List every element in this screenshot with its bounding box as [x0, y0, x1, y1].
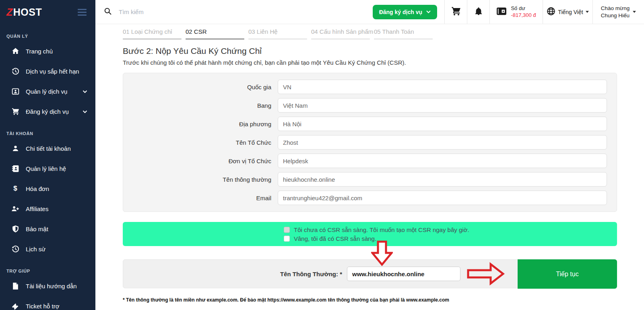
home-icon: [11, 47, 19, 55]
search-icon[interactable]: [104, 7, 112, 17]
sidebar-item-label: Dịch vụ sắp hết hạn: [26, 68, 87, 75]
step-tab-certificate-type[interactable]: 01 Loại Chứng chỉ: [123, 28, 186, 40]
step-progress-bar: [374, 38, 433, 40]
sidebar-item-register-services[interactable]: Đăng ký dịch vụ: [0, 101, 95, 121]
organization-label: Tên Tổ Chức: [133, 139, 278, 146]
organization-unit-field[interactable]: [278, 154, 607, 168]
common-name-required-label: Tên Thông Thường: *: [280, 271, 342, 277]
step-label: Cấu hình Sản phẩm: [320, 28, 373, 35]
user-icon: [11, 144, 19, 152]
csr-option-have[interactable]: Vâng, tôi đã có CSR sẵn sàng.: [284, 235, 617, 242]
sidebar-item-security[interactable]: Bảo mật: [0, 219, 95, 239]
sidebar-item-expiring-services[interactable]: Dịch vụ sắp hết hạn: [0, 61, 95, 81]
step-tab-payment[interactable]: 05 Thanh Toán: [374, 28, 437, 40]
checkbox-have-csr[interactable]: [284, 236, 290, 242]
language-label: Tiếng Việt: [558, 9, 583, 15]
sidebar-item-affiliates[interactable]: Affiliates: [0, 199, 95, 219]
csr-choice-banner: Tôi chưa có CSR sẵn sàng. Tôi muốn tạo m…: [123, 222, 617, 246]
sidebar-item-label: Affiliates: [26, 205, 87, 212]
brand-logo[interactable]: ZHOST: [6, 6, 42, 18]
step-tab-csr[interactable]: 02 CSR: [186, 28, 248, 40]
cart-icon: [451, 6, 461, 18]
search-input[interactable]: [119, 8, 288, 15]
sidebar-item-manage-contacts[interactable]: Quản lý liên hệ: [0, 158, 95, 179]
cart-button[interactable]: [444, 0, 467, 24]
account-menu[interactable]: Chào mừng Chung Hiếu: [592, 0, 644, 24]
wizard-steps: 01 Loại Chứng chỉ 02 CSR 03 Liên Hệ 04 C…: [123, 28, 617, 40]
caret-down-icon: [633, 11, 636, 13]
sidebar-item-label: Đăng ký dịch vụ: [26, 108, 83, 115]
balance-widget[interactable]: Số dư -817,300 đ: [489, 0, 543, 24]
id-card-icon: [11, 87, 19, 95]
page-title: Bước 2: Nộp Yêu Cầu Ký Chứng Chỉ: [123, 46, 617, 56]
caret-down-icon: [586, 11, 589, 13]
step-progress-bar: [311, 38, 370, 40]
email-label: Email: [133, 195, 278, 201]
step-progress-bar: [123, 38, 182, 40]
step-number: 04: [311, 28, 318, 35]
step-label: CSR: [194, 28, 207, 35]
history-icon: [11, 67, 19, 75]
notifications-button[interactable]: [467, 0, 489, 24]
search-area: [95, 0, 373, 24]
sidebar-item-manage-services[interactable]: Quản lý dịch vụ: [0, 81, 95, 101]
csr-form-panel: Quốc gia Bang Địa phương Tên Tổ Chức Đơn…: [123, 73, 617, 212]
step-tab-product-config[interactable]: 04 Cấu hình Sản phẩm: [311, 28, 374, 40]
chevron-down-icon: [83, 88, 87, 95]
continue-button[interactable]: Tiếp tục: [518, 259, 617, 289]
language-selector[interactable]: Tiếng Việt: [543, 0, 592, 24]
sidebar-item-label: Lịch sử: [26, 246, 87, 253]
menu-toggle-icon[interactable]: [78, 7, 87, 17]
sidebar-item-history[interactable]: Lịch sử: [0, 239, 95, 259]
email-field[interactable]: [278, 191, 607, 205]
welcome-text: Chào mừng: [601, 5, 630, 12]
register-service-label: Đăng ký dịch vụ: [379, 9, 422, 15]
state-field[interactable]: [278, 98, 607, 113]
common-name-label: Tên thông thường: [133, 176, 278, 183]
sidebar-item-docs[interactable]: Tài liệu hướng dẫn: [0, 276, 95, 296]
dollar-icon: $: [11, 185, 19, 193]
sidebar-item-invoices[interactable]: $ Hóa đơn: [0, 179, 95, 199]
sidebar-item-home[interactable]: Trang chủ: [0, 41, 95, 61]
sidebar: ZHOST QUẢN LÝ Trang chủ Dịch vụ sắp hết …: [0, 0, 95, 310]
sidebar-item-label: Chi tiết tài khoản: [26, 145, 87, 152]
locality-label: Địa phương: [133, 121, 278, 127]
step-number: 03: [248, 28, 255, 35]
sidebar-item-label: Quản lý liên hệ: [26, 165, 87, 172]
cart-icon: [11, 107, 19, 115]
sidebar-item-label: Tài liệu hướng dẫn: [26, 283, 87, 289]
topbar: Đăng ký dịch vụ Số dư -817,300 đ Tiếng V…: [95, 0, 644, 24]
country-label: Quốc gia: [133, 84, 278, 90]
bell-icon: [474, 7, 483, 17]
page-subtitle: Trước khi chúng tôi có thể phát hành một…: [123, 59, 617, 66]
state-label: Bang: [133, 102, 278, 109]
common-name-input[interactable]: [347, 267, 460, 281]
sidebar-item-label: Bảo mật: [26, 226, 87, 232]
register-service-button[interactable]: Đăng ký dịch vụ: [373, 5, 437, 19]
step-tab-contact[interactable]: 03 Liên Hệ: [248, 28, 311, 40]
brand-logo-z: Z: [6, 6, 13, 18]
sidebar-section-manage: QUẢN LÝ: [0, 30, 95, 41]
balance-label: Số dư: [511, 5, 536, 12]
csr-option-label: Vâng, tôi đã có CSR sẵn sàng.: [294, 235, 376, 242]
account-username: Chung Hiếu: [601, 12, 630, 19]
chevron-down-icon: [426, 10, 431, 13]
csr-option-label: Tôi chưa có CSR sẵn sàng. Tôi muốn tạo m…: [294, 226, 469, 233]
csr-option-generate[interactable]: Tôi chưa có CSR sẵn sàng. Tôi muốn tạo m…: [284, 226, 617, 233]
contacts-icon: [11, 164, 19, 172]
chevron-down-icon: [83, 108, 87, 115]
common-name-field[interactable]: [278, 172, 607, 187]
main-content: 01 Loại Chứng chỉ 02 CSR 03 Liên Hệ 04 C…: [95, 24, 644, 310]
checkbox-generate-csr[interactable]: [284, 227, 290, 233]
country-field[interactable]: [278, 80, 607, 94]
sidebar-item-support-ticket[interactable]: Ticket hỗ trợ: [0, 296, 95, 310]
step-number: 01: [123, 28, 130, 35]
locality-field[interactable]: [278, 117, 607, 131]
step-number: 05: [374, 28, 381, 35]
step-number: 02: [186, 28, 192, 35]
shield-icon: [11, 225, 19, 233]
sidebar-item-account-details[interactable]: Chi tiết tài khoản: [0, 138, 95, 158]
common-name-footnote: * Tên thông thường là tên miền như examp…: [123, 297, 617, 303]
organization-field[interactable]: [278, 135, 607, 150]
sidebar-item-label: Ticket hỗ trợ: [26, 303, 87, 310]
